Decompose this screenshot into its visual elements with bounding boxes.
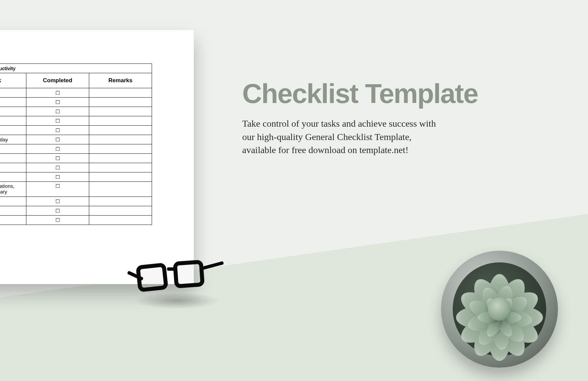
- task-cell: [0, 88, 26, 98]
- task-cell: [0, 144, 26, 154]
- remarks-cell: [89, 135, 152, 144]
- checkbox-cell[interactable]: ☐: [26, 172, 89, 182]
- checkbox-cell[interactable]: ☐: [26, 197, 89, 206]
- table-row: en tasks☐: [0, 216, 152, 225]
- remarks-cell: [89, 126, 152, 135]
- table-row: nt tasks for the day☐: [0, 135, 152, 144]
- task-cell: ., turn off notifications, close unneces…: [0, 182, 26, 197]
- remarks-cell: [89, 206, 152, 216]
- task-cell: [0, 107, 26, 116]
- remarks-cell: [89, 182, 152, 197]
- column-header-completed: Completed: [26, 73, 89, 88]
- table-row: ., turn off notifications, close unneces…: [0, 182, 152, 197]
- table-row: ☐: [0, 197, 152, 206]
- table-row: ☐: [0, 107, 152, 116]
- remarks-cell: [89, 154, 152, 163]
- remarks-cell: [89, 88, 152, 98]
- side-content: Checklist Template Take control of your …: [242, 80, 483, 156]
- table-row: ☐: [0, 98, 152, 107]
- remarks-cell: [89, 107, 152, 116]
- column-header-task: Task: [0, 73, 26, 88]
- table-row: ne☐: [0, 172, 152, 182]
- table-row: ☐: [0, 154, 152, 163]
- task-cell: or timer: [0, 206, 26, 216]
- table-row: ☐: [0, 126, 152, 135]
- remarks-cell: [89, 197, 152, 206]
- task-cell: en tasks: [0, 216, 26, 225]
- checkbox-cell[interactable]: ☐: [26, 182, 89, 197]
- remarks-cell: [89, 116, 152, 126]
- task-cell: nt tasks for the day: [0, 135, 26, 144]
- task-cell: rity task: [0, 163, 26, 172]
- checkbox-cell[interactable]: ☐: [26, 163, 89, 172]
- remarks-cell: [89, 216, 152, 225]
- checkbox-cell[interactable]: ☐: [26, 126, 89, 135]
- checkbox-cell[interactable]: ☐: [26, 88, 89, 98]
- checkbox-cell[interactable]: ☐: [26, 206, 89, 216]
- checkbox-cell[interactable]: ☐: [26, 98, 89, 107]
- checklist-document: ecklist: Daily Productivity Task Complet…: [0, 30, 194, 284]
- checkbox-cell[interactable]: ☐: [26, 144, 89, 154]
- table-row: rity task☐: [0, 163, 152, 172]
- task-cell: ne: [0, 172, 26, 182]
- checkbox-cell[interactable]: ☐: [26, 107, 89, 116]
- page-description: Take control of your tasks and achieve s…: [242, 117, 443, 156]
- remarks-cell: [89, 98, 152, 107]
- document-title: ecklist: Daily Productivity: [0, 64, 152, 73]
- remarks-cell: [89, 144, 152, 154]
- checkbox-cell[interactable]: ☐: [26, 135, 89, 144]
- task-cell: [0, 197, 26, 206]
- task-cell: [0, 116, 26, 126]
- column-header-remarks: Remarks: [89, 73, 152, 88]
- glasses-icon: [134, 261, 220, 301]
- checkbox-cell[interactable]: ☐: [26, 216, 89, 225]
- table-row: or timer☐: [0, 206, 152, 216]
- task-cell: [0, 154, 26, 163]
- table-row: ☐: [0, 88, 152, 98]
- table-row: ☐: [0, 116, 152, 126]
- succulent-plant-icon: [441, 251, 558, 368]
- checkbox-cell[interactable]: ☐: [26, 154, 89, 163]
- remarks-cell: [89, 163, 152, 172]
- remarks-cell: [89, 172, 152, 182]
- checkbox-cell[interactable]: ☐: [26, 116, 89, 126]
- checklist-table: ecklist: Daily Productivity Task Complet…: [0, 64, 152, 225]
- page-title: Checklist Template: [242, 80, 483, 107]
- task-cell: [0, 98, 26, 107]
- task-cell: [0, 126, 26, 135]
- table-row: ☐: [0, 144, 152, 154]
